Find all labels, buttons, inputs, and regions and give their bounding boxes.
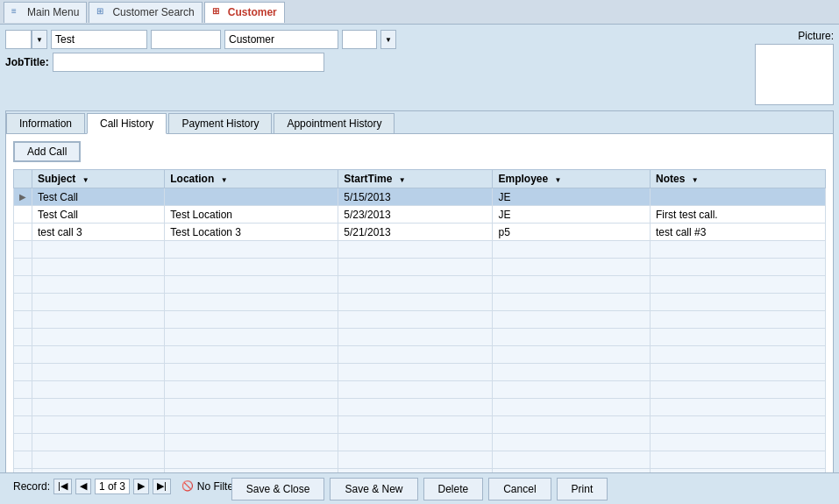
col-employee[interactable]: Employee ▼ [493,170,651,188]
tab-btn-payment-history[interactable]: Payment History [168,113,272,133]
tab-customer-search[interactable]: ⊞ Customer Search [89,2,202,23]
empty-cell [651,399,826,416]
cell-location [165,188,338,206]
empty-cell [493,364,651,381]
header-left: ▼ ▼ JobTitle: [5,30,722,72]
table-row-empty [14,364,826,381]
location-sort-icon: ▼ [221,176,228,184]
empty-cell [165,346,338,364]
tab-customer[interactable]: ⊞ Customer [204,2,285,23]
row-indicator [14,224,32,241]
empty-cell [493,329,651,346]
col-starttime[interactable]: StartTime ▼ [338,170,493,188]
row-indicator [14,206,32,224]
empty-cell [651,416,826,434]
table-row[interactable]: ▶ Test Call 5/15/2013 JE [14,188,826,206]
empty-cell [32,416,165,434]
nav-last-btn[interactable]: ▶| [153,479,171,494]
empty-cell [338,241,493,259]
call-history-table: Subject ▼ Location ▼ StartTime ▼ Emplo [13,169,826,473]
table-row[interactable]: Test Call Test Location 5/23/2013 JE Fir… [14,206,826,224]
tab-main-menu-label: Main Menu [27,6,79,18]
suffix-input[interactable] [342,30,377,49]
empty-cell [338,381,493,399]
title-dropdown-btn[interactable]: ▼ [32,30,47,49]
tab-main-menu[interactable]: ≡ Main Menu [4,2,87,23]
cell-starttime: 5/23/2013 [338,206,493,224]
table-row-empty [14,259,826,276]
first-name-input[interactable] [51,30,147,49]
table-row-empty [14,276,826,294]
nav-prev-btn[interactable]: ◀ [75,479,91,494]
title-input[interactable] [5,30,32,49]
job-title-input[interactable] [53,53,324,72]
cell-employee: JE [493,206,651,224]
col-subject[interactable]: Subject ▼ [32,170,165,188]
print-button[interactable]: Print [557,478,608,500]
empty-cell [651,276,826,294]
tab-btn-information[interactable]: Information [6,113,85,133]
empty-cell [165,381,338,399]
col-notes[interactable]: Notes ▼ [651,170,826,188]
col-location[interactable]: Location ▼ [165,170,338,188]
delete-button[interactable]: Delete [423,478,484,500]
add-call-button[interactable]: Add Call [13,141,81,162]
empty-cell [14,364,32,381]
empty-cell [493,294,651,311]
empty-cell [493,311,651,329]
empty-cell [651,451,826,469]
empty-cell [493,346,651,364]
empty-cell [165,294,338,311]
empty-cell [338,434,493,451]
table-row[interactable]: test call 3 Test Location 3 5/21/2013 p5… [14,224,826,241]
tab-btn-appointment-history[interactable]: Appointment History [274,113,395,133]
employee-sort-icon: ▼ [555,176,562,184]
empty-cell [14,311,32,329]
cell-starttime: 5/15/2013 [338,188,493,206]
empty-cell [14,259,32,276]
empty-cell [14,276,32,294]
empty-cell [14,434,32,451]
suffix-dropdown-btn[interactable]: ▼ [380,30,396,49]
empty-cell [165,311,338,329]
empty-cell [651,294,826,311]
cancel-button[interactable]: Cancel [488,478,551,500]
cell-notes: test call #3 [651,224,826,241]
empty-cell [338,259,493,276]
empty-cell [165,451,338,469]
header-form: ▼ ▼ JobTitle: Picture: [5,30,834,105]
empty-cell [14,294,32,311]
empty-cell [651,259,826,276]
picture-box [755,44,834,105]
job-title-label: JobTitle: [5,56,49,68]
picture-label: Picture: [729,30,834,42]
nav-next-btn[interactable]: ▶ [133,479,149,494]
middle-name-input[interactable] [151,30,221,49]
empty-cell [165,399,338,416]
table-row-empty [14,399,826,416]
empty-cell [32,381,165,399]
cell-employee: JE [493,188,651,206]
last-name-input[interactable] [224,30,338,49]
table-row-empty [14,294,826,311]
header-row1: ▼ ▼ [5,30,722,49]
empty-cell [32,434,165,451]
empty-cell [14,241,32,259]
nav-first-btn[interactable]: |◀ [53,479,72,494]
filter-area: 🚫 No Filter [181,480,237,493]
title-bar: ≡ Main Menu ⊞ Customer Search ⊞ Customer [0,0,839,25]
cell-starttime: 5/21/2013 [338,224,493,241]
save-close-button[interactable]: Save & Close [231,478,325,500]
empty-cell [165,276,338,294]
empty-cell [493,381,651,399]
empty-cell [493,276,651,294]
record-position-input[interactable] [95,479,130,494]
tab-customer-search-label: Customer Search [112,6,194,18]
empty-cell [493,259,651,276]
table-body: ▶ Test Call 5/15/2013 JE Test Call Test … [14,188,826,474]
no-filter-icon: 🚫 [181,480,194,492]
empty-cell [165,364,338,381]
tab-btn-call-history[interactable]: Call History [87,113,167,134]
main-content: ▼ ▼ JobTitle: Picture: [0,25,839,472]
save-new-button[interactable]: Save & New [330,478,417,500]
